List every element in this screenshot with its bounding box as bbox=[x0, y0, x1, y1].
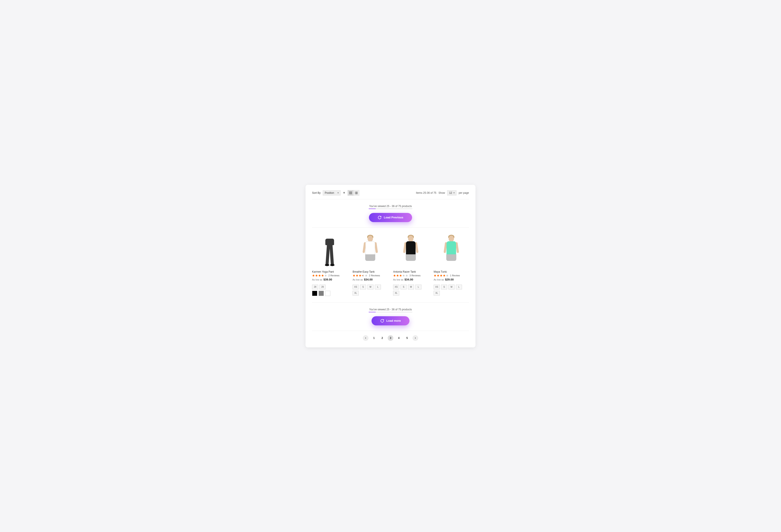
star-icon bbox=[321, 274, 324, 277]
load-more-label: Load more bbox=[386, 319, 401, 322]
sort-by-value: Position bbox=[325, 191, 334, 194]
pagination-page-button[interactable]: 2 bbox=[379, 335, 385, 341]
svg-rect-11 bbox=[355, 193, 356, 193]
product-card[interactable]: Maya Tunic1 ReviewAs low as $29.00XSSMLX… bbox=[434, 233, 469, 297]
star-rating bbox=[312, 274, 327, 277]
size-swatch[interactable]: XL bbox=[393, 291, 399, 295]
star-rating bbox=[434, 274, 449, 277]
size-swatch[interactable]: 28 bbox=[312, 285, 318, 289]
color-swatch[interactable] bbox=[319, 291, 324, 296]
pagination-page-button[interactable]: 5 bbox=[404, 335, 410, 341]
list-icon bbox=[355, 191, 358, 194]
star-icon bbox=[359, 274, 362, 277]
show-per-page-select[interactable]: 12 ▾ bbox=[447, 190, 456, 196]
size-swatch[interactable]: S bbox=[401, 285, 407, 289]
size-swatches: XSSMLXL bbox=[393, 285, 428, 295]
pagination-page-button[interactable]: 3 bbox=[388, 335, 393, 341]
show-value: 12 bbox=[449, 191, 452, 194]
review-count[interactable]: 2 Reviews bbox=[369, 274, 380, 277]
per-page-label: per page bbox=[459, 191, 469, 194]
star-rating bbox=[393, 274, 408, 277]
svg-rect-4 bbox=[351, 193, 351, 193]
size-swatch[interactable]: XS bbox=[353, 285, 359, 289]
pagination-page-button[interactable]: 1 bbox=[371, 335, 377, 341]
chevron-left-icon bbox=[365, 337, 367, 339]
pagination-page-button[interactable]: 4 bbox=[396, 335, 402, 341]
price: $39.00 bbox=[323, 278, 332, 281]
svg-rect-8 bbox=[351, 193, 352, 194]
star-icon bbox=[446, 274, 449, 277]
size-swatch[interactable]: XS bbox=[393, 285, 399, 289]
product-card[interactable]: Breathe-Easy Tank2 ReviewsAs low as $34.… bbox=[353, 233, 388, 297]
sort-direction-button[interactable] bbox=[343, 191, 345, 195]
size-swatch[interactable]: XL bbox=[353, 291, 359, 295]
star-icon bbox=[356, 274, 359, 277]
size-swatch[interactable]: XL bbox=[434, 291, 440, 295]
pagination: 12345 bbox=[312, 331, 469, 342]
star-icon bbox=[315, 274, 318, 277]
star-icon bbox=[405, 274, 408, 277]
sort-by-label: Sort By bbox=[312, 191, 321, 194]
size-swatch[interactable]: M bbox=[448, 285, 455, 289]
product-image[interactable] bbox=[393, 233, 428, 268]
review-count[interactable]: 3 Reviews bbox=[409, 274, 420, 277]
svg-rect-12 bbox=[356, 193, 358, 193]
product-image[interactable] bbox=[353, 233, 388, 268]
load-more-button[interactable]: Load more bbox=[372, 316, 409, 325]
size-swatches: XSSMLXL bbox=[434, 285, 469, 295]
grid-icon bbox=[349, 191, 352, 194]
product-card[interactable]: Antonia Racer Tank3 ReviewsAs low as $34… bbox=[393, 233, 428, 297]
color-swatch[interactable] bbox=[312, 291, 317, 296]
product-image[interactable] bbox=[312, 233, 347, 268]
product-grid: Karmen Yoga Pant2 ReviewsAs low as $39.0… bbox=[312, 228, 469, 302]
load-previous-button[interactable]: Load Previous bbox=[369, 213, 412, 222]
size-swatch[interactable]: S bbox=[441, 285, 447, 289]
view-switch bbox=[347, 190, 359, 196]
size-swatch[interactable]: L bbox=[456, 285, 462, 289]
chevron-down-icon: ▾ bbox=[453, 192, 455, 194]
items-range-text: Items 25-36 of 75 bbox=[416, 191, 436, 194]
size-swatch[interactable]: M bbox=[408, 285, 414, 289]
size-swatch[interactable]: L bbox=[415, 285, 421, 289]
size-swatch[interactable]: 29 bbox=[320, 285, 326, 289]
star-icon bbox=[440, 274, 443, 277]
product-image[interactable] bbox=[434, 233, 469, 268]
size-swatch[interactable]: M bbox=[367, 285, 373, 289]
color-swatch[interactable] bbox=[325, 291, 330, 296]
reload-icon bbox=[380, 319, 384, 323]
sort-by-select[interactable]: Position ▾ bbox=[323, 190, 341, 196]
product-card[interactable]: Karmen Yoga Pant2 ReviewsAs low as $39.0… bbox=[312, 233, 347, 297]
product-name[interactable]: Karmen Yoga Pant bbox=[312, 270, 347, 273]
list-view-button[interactable] bbox=[354, 190, 359, 196]
chevron-down-icon: ▾ bbox=[337, 192, 339, 194]
svg-rect-1 bbox=[351, 192, 351, 192]
star-icon bbox=[443, 274, 446, 277]
progress-fill bbox=[369, 209, 376, 209]
svg-rect-7 bbox=[351, 193, 351, 194]
toolbar-right: Items 25-36 of 75 Show 12 ▾ per page bbox=[416, 190, 469, 196]
review-count[interactable]: 1 Review bbox=[450, 274, 460, 277]
pagination-next-button[interactable] bbox=[412, 335, 418, 341]
progress-bar bbox=[369, 312, 412, 312]
size-swatch[interactable]: XS bbox=[434, 285, 440, 289]
load-previous-label: Load Previous bbox=[384, 216, 403, 219]
product-name[interactable]: Antonia Racer Tank bbox=[393, 270, 428, 273]
product-name[interactable]: Breathe-Easy Tank bbox=[353, 270, 388, 273]
load-more-section: You've viewed 25 - 36 of 75 products Loa… bbox=[312, 303, 469, 331]
pagination-prev-button[interactable] bbox=[363, 335, 369, 341]
review-count[interactable]: 2 Reviews bbox=[328, 274, 339, 277]
size-swatch[interactable]: S bbox=[360, 285, 366, 289]
star-icon bbox=[353, 274, 356, 277]
svg-rect-9 bbox=[355, 192, 356, 192]
size-swatches: XSSMLXL bbox=[353, 285, 388, 295]
product-name[interactable]: Maya Tunic bbox=[434, 270, 469, 273]
grid-view-button[interactable] bbox=[348, 190, 354, 196]
svg-rect-5 bbox=[351, 193, 352, 193]
star-icon bbox=[402, 274, 405, 277]
star-icon bbox=[399, 274, 402, 277]
size-swatch[interactable]: L bbox=[375, 285, 381, 289]
rating-row: 3 Reviews bbox=[393, 274, 428, 277]
rating-row: 2 Reviews bbox=[312, 274, 347, 277]
chevron-right-icon bbox=[414, 337, 416, 339]
price: $34.00 bbox=[405, 278, 413, 281]
